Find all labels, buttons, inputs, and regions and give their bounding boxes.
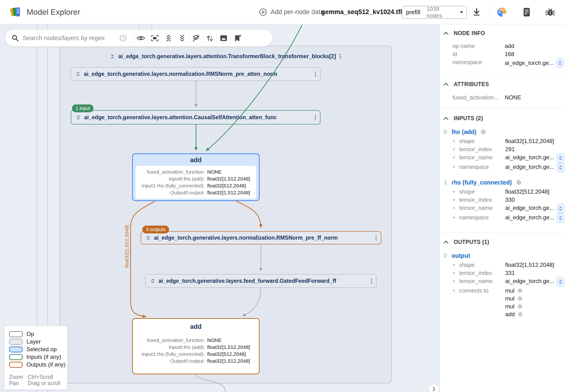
kebab-icon[interactable] bbox=[315, 115, 316, 120]
locate-icon[interactable] bbox=[518, 312, 523, 317]
unfold-less-icon[interactable] bbox=[110, 54, 115, 59]
locate-icon[interactable] bbox=[517, 288, 523, 293]
section-header[interactable]: ATTRIBUTES bbox=[440, 81, 566, 88]
search-input[interactable] bbox=[23, 34, 116, 42]
attr-label: fused_activation_function: bbox=[142, 168, 205, 175]
debug-button[interactable] bbox=[545, 0, 556, 24]
locate-icon[interactable] bbox=[516, 180, 522, 185]
info-row: id 168 bbox=[440, 50, 566, 58]
locate-icon[interactable] bbox=[517, 304, 523, 309]
add-per-node-data-label: Add per-node data bbox=[271, 8, 324, 16]
op-attrs: fused_activation_function:NONE Input0:lh… bbox=[133, 337, 259, 364]
help-icon[interactable]: ? bbox=[119, 34, 127, 42]
hint-label: Zoom bbox=[9, 374, 28, 380]
op-title: add bbox=[133, 156, 259, 164]
expand-text-button[interactable] bbox=[556, 58, 564, 68]
palette-icon bbox=[496, 7, 507, 18]
layer-gated-feed-forward[interactable]: ai_edge_torch.generative.layers.feed_for… bbox=[145, 274, 376, 288]
kebab-icon[interactable] bbox=[340, 54, 341, 59]
expand-text-button[interactable] bbox=[557, 163, 564, 172]
download-button[interactable] bbox=[471, 0, 482, 24]
layer-title: ai_edge_torch.generative.layers.normaliz… bbox=[84, 71, 311, 77]
attr-label: Input1:rhs (fully_connected): bbox=[142, 350, 205, 357]
layer-rmsnorm-pre-atten-norm[interactable]: ai_edge_torch.generative.layers.normaliz… bbox=[71, 67, 320, 81]
output-name-link[interactable]: output bbox=[452, 252, 470, 259]
legend-swatch-outputs bbox=[9, 362, 23, 368]
graph-selector-dropdown[interactable]: prefill 1039 nodes bbox=[402, 6, 467, 19]
expand-text-button[interactable] bbox=[557, 204, 564, 213]
legend-item: Inputs (if any) bbox=[9, 353, 68, 361]
layer-title: ai_edge_torch.generative.layers.attentio… bbox=[84, 114, 311, 121]
theme-button[interactable] bbox=[496, 0, 507, 24]
hint-label: Pan bbox=[9, 380, 28, 386]
unfold-more-icon[interactable] bbox=[76, 72, 80, 76]
visibility-button[interactable] bbox=[134, 32, 148, 44]
legend-swatch-selected bbox=[9, 347, 23, 352]
detail-row: •tensor_name ai_edge_torch.ge... bbox=[440, 153, 566, 163]
section-node-info: NODE INFO op name add id 168 namespace a… bbox=[440, 24, 566, 74]
kebab-icon[interactable] bbox=[315, 71, 316, 77]
output-item-header: 0 output bbox=[440, 251, 566, 260]
add-per-node-data-button[interactable]: Add per-node data bbox=[259, 0, 324, 24]
section-header[interactable]: INPUTS (2) bbox=[440, 115, 566, 122]
section-title: OUTPUTS (1) bbox=[454, 239, 489, 245]
attr-value: NONE bbox=[207, 168, 250, 175]
input-name-link[interactable]: lhs (add) bbox=[452, 128, 476, 135]
op-node-add-bottom[interactable]: add fused_activation_function:NONE Input… bbox=[132, 318, 260, 374]
legend-label: Inputs (if any) bbox=[27, 354, 61, 360]
app-title: Model Explorer bbox=[27, 8, 80, 17]
connects-item: mul bbox=[505, 294, 523, 302]
legend-swatch-layer bbox=[9, 339, 23, 345]
expand-all-button[interactable] bbox=[162, 32, 175, 44]
input-item-header: 1 rhs (fully_connected) bbox=[440, 178, 566, 187]
bookmark-add-icon bbox=[233, 34, 242, 42]
section-attributes: ATTRIBUTES fused_activation... NONE bbox=[440, 74, 566, 108]
layer-title: ai_edge_torch.generative.layers.feed_for… bbox=[159, 278, 367, 284]
trace-io-button[interactable] bbox=[203, 32, 217, 44]
section-inputs: INPUTS (2) 0 lhs (add) •shape float32[1,… bbox=[440, 108, 566, 233]
locate-icon[interactable] bbox=[480, 129, 486, 135]
fit-screen-button[interactable] bbox=[148, 32, 161, 44]
layer-rmsnorm-pre-ff-norm[interactable]: ai_edge_torch.generative.layers.normaliz… bbox=[141, 231, 381, 244]
detail-row: •namespace ai_edge_torch.ge... bbox=[440, 163, 566, 172]
op-node-add-selected[interactable]: add fused_activation_function:NONE Input… bbox=[132, 153, 260, 201]
flatten-layers-button[interactable] bbox=[189, 32, 203, 44]
unfold-more-icon[interactable] bbox=[146, 236, 151, 240]
kebab-icon[interactable] bbox=[371, 279, 373, 284]
detail-row: •tensor_index 291 bbox=[440, 145, 566, 153]
locate-icon[interactable] bbox=[517, 296, 523, 301]
expand-text-button[interactable] bbox=[557, 277, 564, 287]
section-title: INPUTS (2) bbox=[454, 115, 483, 122]
collapse-all-button[interactable] bbox=[175, 32, 189, 44]
visibility-icon bbox=[136, 35, 145, 41]
unfold-more-icon[interactable] bbox=[76, 115, 81, 120]
legend-item: Op bbox=[9, 330, 68, 338]
expand-text-button[interactable] bbox=[557, 153, 564, 163]
legend-item: Layer bbox=[9, 338, 68, 346]
bookmark-add-button[interactable] bbox=[231, 32, 244, 44]
snapshot-button[interactable] bbox=[217, 32, 230, 44]
flatten-layers-icon bbox=[192, 34, 200, 42]
report-button[interactable] bbox=[521, 0, 532, 24]
kebab-icon[interactable] bbox=[375, 235, 377, 241]
expand-panel-button[interactable] bbox=[429, 384, 439, 392]
graph-canvas[interactable]: ai_edge_torch.generative.layers.attentio… bbox=[0, 24, 439, 392]
trace-io-icon bbox=[206, 34, 214, 42]
unfold-more-icon[interactable] bbox=[151, 279, 155, 283]
section-header[interactable]: OUTPUTS (1) bbox=[440, 238, 566, 246]
svg-text:?: ? bbox=[122, 36, 124, 41]
attr-value: NONE bbox=[207, 337, 250, 344]
model-explorer-logo-icon bbox=[10, 6, 22, 19]
graph-name: prefill bbox=[406, 9, 420, 16]
input-name-link[interactable]: rhs (fully_connected) bbox=[452, 179, 512, 186]
hint-value: Ctrl+Scroll bbox=[28, 374, 68, 380]
layer-causal-self-attention[interactable]: ai_edge_torch.generative.layers.attentio… bbox=[71, 110, 320, 125]
expand-text-button[interactable] bbox=[557, 213, 564, 223]
layer-title: ai_edge_torch.generative.layers.attentio… bbox=[118, 53, 336, 60]
info-row: op name add bbox=[440, 42, 566, 50]
divider bbox=[9, 371, 63, 372]
section-header[interactable]: NODE INFO bbox=[440, 29, 566, 37]
info-value: ai_edge_torch.ge... bbox=[505, 59, 554, 67]
legend-item: Outputs (if any) bbox=[9, 361, 68, 368]
info-row: namespace ai_edge_torch.ge... bbox=[440, 58, 566, 68]
